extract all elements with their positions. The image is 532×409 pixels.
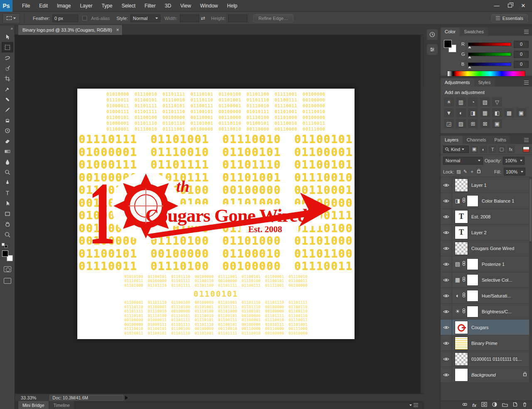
filter-pixel-layers-icon[interactable]: ▣	[470, 146, 478, 153]
layer-name[interactable]: Selective Col...	[482, 278, 512, 283]
adjustment-icon[interactable]: ▩	[504, 108, 514, 117]
visibility-toggle[interactable]	[441, 320, 452, 335]
tab-styles[interactable]: Styles	[474, 78, 495, 87]
layer-thumbnail[interactable]	[455, 368, 468, 382]
menu-item[interactable]: Help	[222, 0, 242, 11]
rectangle-shape-tool[interactable]	[2, 208, 13, 219]
tab-mini-bridge[interactable]: Mini Bridge	[18, 401, 49, 409]
foreground-color-swatch[interactable]	[2, 250, 8, 257]
adjustment-icon[interactable]: ◨	[468, 108, 478, 117]
quick-mask-mode-button[interactable]	[4, 266, 11, 272]
menu-item[interactable]: View	[176, 0, 196, 11]
adjustment-icon[interactable]: ⊞	[468, 119, 478, 128]
channel-slider[interactable]	[468, 42, 511, 46]
lasso-tool[interactable]	[2, 52, 13, 63]
layer-name[interactable]: Brightness/C...	[482, 309, 512, 314]
type-tool[interactable]	[2, 188, 13, 198]
adjustment-icon[interactable]: ▽	[492, 97, 502, 107]
adjustment-icon[interactable]: ▣	[516, 108, 526, 117]
slider-thumb-icon[interactable]	[468, 56, 471, 58]
layer-thumbnail[interactable]	[455, 242, 468, 255]
menu-item[interactable]: 3D	[160, 0, 175, 11]
properties-panel-icon[interactable]	[427, 44, 438, 55]
layer-thumbnail[interactable]: T	[455, 210, 468, 223]
layer-name[interactable]: 01000011 01101111 01...	[471, 357, 522, 362]
panel-menu-button[interactable]	[524, 81, 529, 84]
layer-name[interactable]: Background	[471, 372, 496, 377]
bottom-panel-menu[interactable]	[409, 401, 418, 409]
rectangular-marquee-tool[interactable]	[2, 42, 13, 52]
swap-dimensions-icon[interactable]: ⇄	[201, 15, 205, 21]
layer-thumbnail[interactable]	[467, 274, 478, 286]
filter-adjustment-layers-icon[interactable]: ◐	[480, 146, 487, 153]
layer-row[interactable]: Background	[441, 367, 532, 383]
layer-thumbnail[interactable]	[455, 337, 468, 350]
antialias-checkbox[interactable]	[82, 16, 87, 20]
layer-thumbnail[interactable]	[467, 306, 478, 317]
tab-swatches[interactable]: Swatches	[460, 27, 488, 36]
visibility-toggle[interactable]	[441, 240, 452, 256]
menu-item[interactable]: Edit	[34, 0, 52, 11]
adjustment-icon[interactable]: ▥	[456, 97, 466, 107]
close-tab-icon[interactable]: ×	[116, 27, 119, 33]
add-layer-mask-icon[interactable]	[481, 402, 487, 408]
canvas-vertical-scrollbar[interactable]	[421, 35, 424, 394]
channel-slider[interactable]	[468, 52, 511, 56]
adjustment-icon[interactable]: ◧	[492, 108, 502, 117]
menu-item[interactable]: Window	[196, 0, 223, 11]
layer-row[interactable]: ▦ Selective Col...	[441, 272, 532, 288]
visibility-toggle[interactable]	[441, 177, 452, 193]
adjustment-icon[interactable]: ▨	[456, 119, 466, 128]
delete-layer-icon[interactable]	[522, 402, 527, 408]
canvas-workspace[interactable]: 01010000 01110010 01101111 01110101 0110…	[15, 35, 424, 394]
pen-tool[interactable]	[2, 177, 13, 188]
adjustment-icon[interactable]: ▦	[480, 108, 490, 117]
filter-effect-layers-icon[interactable]: fx	[507, 146, 515, 153]
brush-tool[interactable]	[2, 104, 13, 115]
visibility-toggle[interactable]	[441, 351, 452, 367]
dodge-tool[interactable]	[2, 167, 13, 177]
layer-name[interactable]: Cougars Gone Wired	[471, 246, 514, 251]
restore-button[interactable]	[504, 1, 516, 10]
slider-thumb-icon[interactable]	[468, 46, 471, 48]
layer-name[interactable]: Layer 1	[471, 183, 487, 188]
lock-transparency-icon[interactable]: ▨	[456, 169, 461, 174]
visibility-toggle[interactable]	[441, 304, 452, 319]
minimize-button[interactable]: —	[490, 1, 503, 10]
zoom-tool[interactable]	[2, 229, 13, 240]
layer-row[interactable]: ◨ Color Balance 1	[441, 193, 532, 209]
status-options-arrow-icon[interactable]	[125, 396, 128, 400]
close-button[interactable]: ✕	[517, 1, 530, 10]
layer-row[interactable]: T Layer 2	[441, 225, 532, 240]
menu-item[interactable]: Select	[117, 0, 140, 11]
hand-tool[interactable]	[2, 219, 13, 229]
adjustment-icon[interactable]: ◐	[456, 108, 466, 117]
tool-preset-picker[interactable]	[2, 13, 20, 23]
canvas[interactable]: 01010000 01110010 01101111 01110101 0110…	[77, 89, 355, 339]
layer-row[interactable]: Cougars	[441, 320, 532, 335]
move-tool[interactable]	[2, 32, 13, 42]
visibility-toggle[interactable]	[441, 225, 452, 240]
path-selection-tool[interactable]	[2, 198, 13, 208]
opacity-select[interactable]: 100%	[503, 157, 525, 165]
adjustment-icon[interactable]: ◲	[444, 119, 454, 128]
adjustment-icon[interactable]: ⊠	[480, 119, 490, 128]
layer-name[interactable]: Hue/Saturati...	[482, 293, 511, 298]
height-input[interactable]	[228, 15, 247, 22]
spot-healing-brush-tool[interactable]	[2, 94, 13, 104]
default-colors-icon[interactable]	[2, 243, 7, 248]
lock-pixels-icon[interactable]: ✎	[463, 169, 467, 174]
tab-adjustments[interactable]: Adjustments	[441, 78, 474, 87]
channel-slider[interactable]	[468, 62, 511, 66]
crop-tool[interactable]	[2, 73, 13, 84]
tab-color[interactable]: Color	[441, 27, 460, 36]
visibility-toggle[interactable]	[441, 193, 452, 208]
tab-channels[interactable]: Channels	[463, 136, 490, 144]
layer-thumbnail[interactable]	[467, 258, 478, 270]
layer-row[interactable]: T Est. 2008	[441, 209, 532, 225]
menu-item[interactable]: File	[17, 0, 34, 11]
layer-name[interactable]: Cougars	[471, 325, 489, 330]
screen-mode-button[interactable]	[4, 278, 11, 284]
menu-item[interactable]: Layer	[75, 0, 97, 11]
eyedropper-tool[interactable]	[2, 84, 13, 94]
